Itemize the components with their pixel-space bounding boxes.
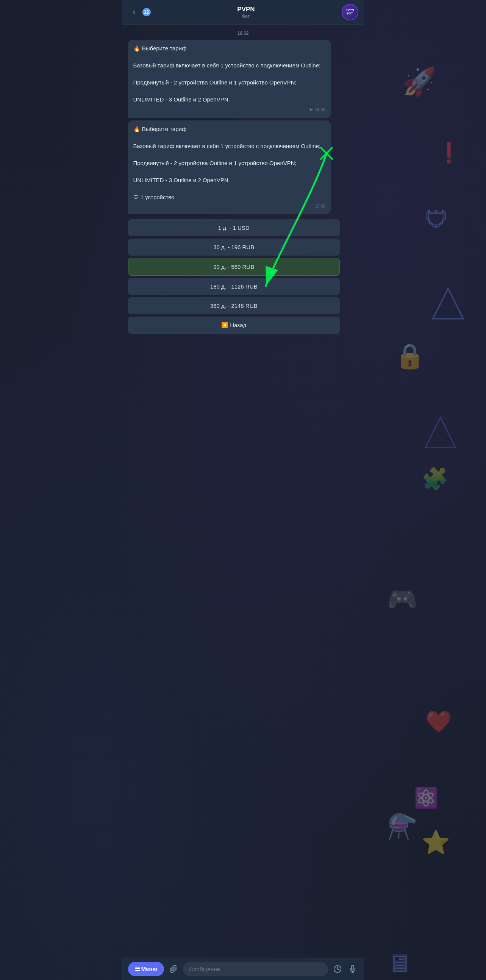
message-time-2: 19:02 (133, 203, 325, 209)
voice-button[interactable] (347, 963, 359, 975)
forward-icon: ➤ (309, 106, 313, 114)
chat-title-block: PVPN бот (151, 6, 342, 19)
back-button[interactable]: 12 (128, 6, 151, 18)
btn-90-days[interactable]: 90 д. - 569 RUB (128, 258, 340, 276)
time-value-2: 19:02 (315, 203, 325, 209)
chat-subtitle: бот (151, 13, 342, 19)
menu-button[interactable]: ☰ Меню (128, 962, 164, 976)
timestamp-1: 19:02 (128, 31, 359, 36)
time-value-1: 19:02 (315, 107, 325, 113)
bottom-bar: ☰ Меню (122, 958, 365, 980)
message-bubble-2: 🔥 Выберите тариф Базовый тариф включает … (128, 121, 331, 214)
message-text-1: 🔥 Выберите тариф Базовый тариф включает … (133, 44, 325, 104)
header: 12 PVPN бот PVPNБОТ (122, 0, 365, 25)
clock-button[interactable] (332, 963, 343, 975)
btn-1-day[interactable]: 1 д. - 1 USD (128, 219, 340, 236)
message-bubble-1: 🔥 Выберите тариф Базовый тариф включает … (128, 40, 331, 118)
bot-avatar[interactable]: PVPNБОТ (342, 4, 359, 21)
attach-button[interactable] (168, 963, 179, 975)
btn-back[interactable]: ◀️ Назад (128, 317, 340, 334)
btn-30-days[interactable]: 30 д. - 196 RUB (128, 239, 340, 256)
message-count-badge: 12 (142, 8, 151, 16)
btn-360-days[interactable]: 360 д. - 2148 RUB (128, 297, 340, 314)
back-arrow-icon (128, 6, 140, 18)
chat-name: PVPN (151, 6, 342, 13)
message-time-1: ➤ 19:02 (133, 106, 325, 114)
chat-area: 19:02 🔥 Выберите тариф Базовый тариф вкл… (122, 25, 365, 364)
inline-buttons-group: 1 д. - 1 USD 30 д. - 196 RUB 90 д. - 569… (128, 219, 340, 334)
btn-180-days[interactable]: 180 д. - 1126 RUB (128, 278, 340, 295)
avatar-label: PVPNБОТ (346, 9, 354, 16)
message-text-2: 🔥 Выберите тариф Базовый тариф включает … (133, 125, 325, 202)
message-input[interactable] (183, 962, 328, 976)
